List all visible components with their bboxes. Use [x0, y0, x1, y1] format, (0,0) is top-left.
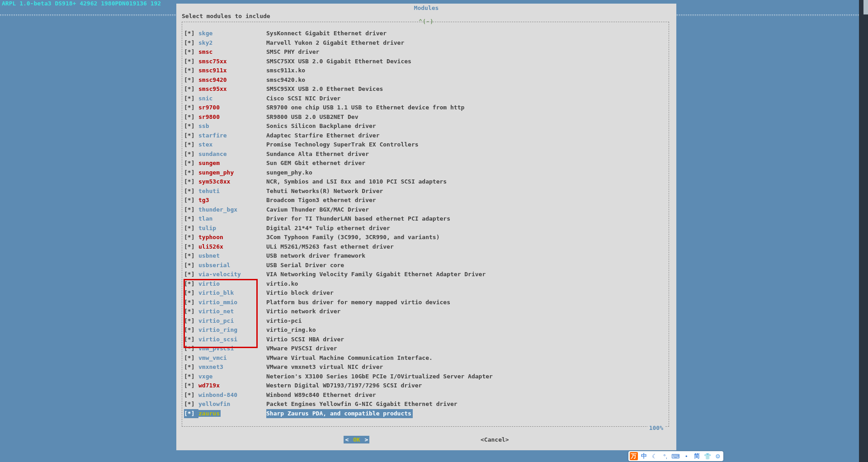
moon-icon[interactable]: ☾	[651, 452, 659, 460]
ime-lang-icon[interactable]: 中	[640, 452, 648, 460]
punct-icon[interactable]: °,	[661, 452, 670, 460]
checkbox[interactable]: [*]	[184, 363, 198, 372]
checkbox[interactable]: [*]	[184, 381, 198, 391]
checkbox[interactable]: [*]	[184, 316, 198, 326]
scroll-thumb[interactable]	[863, 0, 868, 14]
module-row-sundance[interactable]: [*] sundanceSundance Alta Ethernet drive…	[184, 150, 666, 159]
module-row-zaurus[interactable]: [*] zaurusSharp Zaurus PDA, and compatib…	[184, 409, 666, 419]
ok-button[interactable]: < OK >	[344, 436, 369, 443]
checkbox[interactable]: [*]	[184, 29, 198, 38]
checkbox[interactable]: [*]	[184, 307, 198, 316]
checkbox[interactable]: [*]	[184, 38, 198, 48]
checkbox[interactable]: [*]	[184, 75, 198, 85]
module-name: smsc911x	[198, 66, 266, 75]
module-row-tehuti[interactable]: [*] tehutiTehuti Networks(R) Network Dri…	[184, 187, 666, 196]
module-row-smsc95xx[interactable]: [*] smsc95xxSMSC95XX USB 2.0 Ethernet De…	[184, 85, 666, 94]
ime-toolbar[interactable]: 万 中 ☾ °, ⌨ • 简 👕 ⚙	[628, 451, 723, 461]
module-row-sungem[interactable]: [*] sungemSun GEM Gbit ethernet driver	[184, 159, 666, 168]
module-row-stex[interactable]: [*] stexPromise Technology SuperTrak EX …	[184, 140, 666, 150]
checkbox[interactable]: [*]	[184, 150, 198, 159]
checkbox[interactable]: [*]	[184, 288, 198, 298]
module-row-tlan[interactable]: [*] tlanDriver for TI ThunderLAN based e…	[184, 214, 666, 224]
module-row-tulip[interactable]: [*] tulipDigital 21*4* Tulip ethernet dr…	[184, 224, 666, 233]
module-row-vxge[interactable]: [*] vxgeNeterion's X3100 Series 10GbE PC…	[184, 372, 666, 382]
checkbox[interactable]: [*]	[184, 242, 198, 252]
checkbox[interactable]: [*]	[184, 168, 198, 178]
module-row-winbond-840[interactable]: [*] winbond-840Winbond W89c840 Ethernet …	[184, 391, 666, 400]
module-row-vmxnet3[interactable]: [*] vmxnet3VMware vmxnet3 virtual NIC dr…	[184, 363, 666, 372]
module-row-ssb[interactable]: [*] ssbSonics Silicon Backplane driver	[184, 122, 666, 131]
module-row-sky2[interactable]: [*] sky2Marvell Yukon 2 Gigabit Ethernet…	[184, 38, 666, 48]
checkbox[interactable]: [*]	[184, 344, 198, 354]
module-row-sungem_phy[interactable]: [*] sungem_physungem_phy.ko	[184, 168, 666, 178]
checkbox[interactable]: [*]	[184, 159, 198, 168]
keyboard-icon[interactable]: ⌨	[672, 452, 680, 460]
checkbox[interactable]: [*]	[184, 233, 198, 242]
checkbox[interactable]: [*]	[184, 196, 198, 205]
module-row-sr9800[interactable]: [*] sr9800SR9800 USB 2.0 USB2NET Dev	[184, 113, 666, 122]
module-row-usbserial[interactable]: [*] usbserialUSB Serial Driver core	[184, 261, 666, 270]
module-row-uli526x[interactable]: [*] uli526xULi M5261/M5263 fast ethernet…	[184, 242, 666, 252]
checkbox[interactable]: [*]	[184, 325, 198, 335]
checkbox[interactable]: [*]	[184, 335, 198, 344]
checkbox[interactable]: [*]	[184, 224, 198, 233]
module-row-smsc911x[interactable]: [*] smsc911xsmsc911x.ko	[184, 66, 666, 75]
module-row-virtio_mmio[interactable]: [*] virtio_mmioPlatform bus driver for m…	[184, 298, 666, 307]
module-row-virtio[interactable]: [*] virtiovirtio.ko	[184, 279, 666, 289]
checkbox[interactable]: [*]	[184, 140, 198, 150]
module-row-smsc[interactable]: [*] smscSMSC PHY driver	[184, 47, 666, 57]
checkbox[interactable]: [*]	[184, 85, 198, 94]
checkbox[interactable]: [*]	[184, 354, 198, 363]
module-row-vmw_pvscsi[interactable]: [*] vmw_pvscsiVMware PVSCSI driver	[184, 344, 666, 354]
checkbox[interactable]: [*]	[184, 103, 198, 113]
checkbox[interactable]: [*]	[184, 298, 198, 307]
checkbox[interactable]: [*]	[184, 94, 198, 104]
module-row-wd719x[interactable]: [*] wd719xWestern Digital WD7193/7197/72…	[184, 381, 666, 391]
checkbox[interactable]: [*]	[184, 57, 198, 66]
module-row-skge[interactable]: [*] skgeSysKonnect Gigabit Ethernet driv…	[184, 29, 666, 38]
checkbox[interactable]: [*]	[184, 187, 198, 196]
person-icon[interactable]: •	[682, 452, 690, 460]
gear-icon[interactable]: ⚙	[714, 452, 722, 460]
cancel-button[interactable]: <Cancel>	[481, 436, 509, 443]
module-row-virtio_scsi[interactable]: [*] virtio_scsiVirtio SCSI HBA driver	[184, 335, 666, 344]
checkbox[interactable]: [*]	[184, 270, 198, 279]
checkbox[interactable]: [*]	[184, 279, 198, 289]
checkbox[interactable]: [*]	[184, 372, 198, 382]
checkbox[interactable]: [*]	[184, 251, 198, 261]
module-row-smsc75xx[interactable]: [*] smsc75xxSMSC75XX USB 2.0 Gigabit Eth…	[184, 57, 666, 66]
ime-logo-icon[interactable]: 万	[630, 452, 638, 460]
module-row-via-velocity[interactable]: [*] via-velocityVIA Networking Velocity …	[184, 270, 666, 279]
module-row-usbnet[interactable]: [*] usbnetUSB network driver framework	[184, 251, 666, 261]
module-row-yellowfin[interactable]: [*] yellowfinPacket Engines Yellowfin G-…	[184, 400, 666, 409]
checkbox[interactable]: [*]	[184, 214, 198, 224]
checkbox[interactable]: [*]	[184, 205, 198, 215]
module-list[interactable]: [*] skgeSysKonnect Gigabit Ethernet driv…	[184, 29, 666, 423]
module-row-virtio_pci[interactable]: [*] virtio_pcivirtio-pci	[184, 316, 666, 326]
skin-icon[interactable]: 👕	[703, 452, 712, 460]
module-row-starfire[interactable]: [*] starfireAdaptec Starfire Ethernet dr…	[184, 131, 666, 141]
module-row-vmw_vmci[interactable]: [*] vmw_vmciVMware Virtual Machine Commu…	[184, 354, 666, 363]
checkbox[interactable]: [*]	[184, 47, 198, 57]
module-row-virtio_net[interactable]: [*] virtio_netVirtio network driver	[184, 307, 666, 316]
module-row-sym53c8xx[interactable]: [*] sym53c8xxNCR, Symbios and LSI 8xx an…	[184, 177, 666, 187]
checkbox[interactable]: [*]	[184, 409, 198, 419]
checkbox[interactable]: [*]	[184, 113, 198, 122]
checkbox[interactable]: [*]	[184, 400, 198, 409]
module-row-smsc9420[interactable]: [*] smsc9420smsc9420.ko	[184, 75, 666, 85]
checkbox[interactable]: [*]	[184, 261, 198, 270]
simp-icon[interactable]: 简	[693, 452, 701, 460]
module-row-thunder_bgx[interactable]: [*] thunder_bgxCavium Thunder BGX/MAC Dr…	[184, 205, 666, 215]
module-row-typhoon[interactable]: [*] typhoon3Com Typhoon Family (3C990, 3…	[184, 233, 666, 242]
checkbox[interactable]: [*]	[184, 131, 198, 141]
checkbox[interactable]: [*]	[184, 66, 198, 75]
checkbox[interactable]: [*]	[184, 122, 198, 131]
module-row-virtio_ring[interactable]: [*] virtio_ringvirtio_ring.ko	[184, 325, 666, 335]
module-row-virtio_blk[interactable]: [*] virtio_blkVirtio block driver	[184, 288, 666, 298]
checkbox[interactable]: [*]	[184, 177, 198, 187]
checkbox[interactable]: [*]	[184, 391, 198, 400]
module-row-sr9700[interactable]: [*] sr9700SR9700 one chip USB 1.1 USB to…	[184, 103, 666, 113]
module-name: smsc	[198, 47, 266, 57]
module-row-tg3[interactable]: [*] tg3Broadcom Tigon3 ethernet driver	[184, 196, 666, 205]
module-row-snic[interactable]: [*] snicCisco SCSI NIC Driver	[184, 94, 666, 104]
